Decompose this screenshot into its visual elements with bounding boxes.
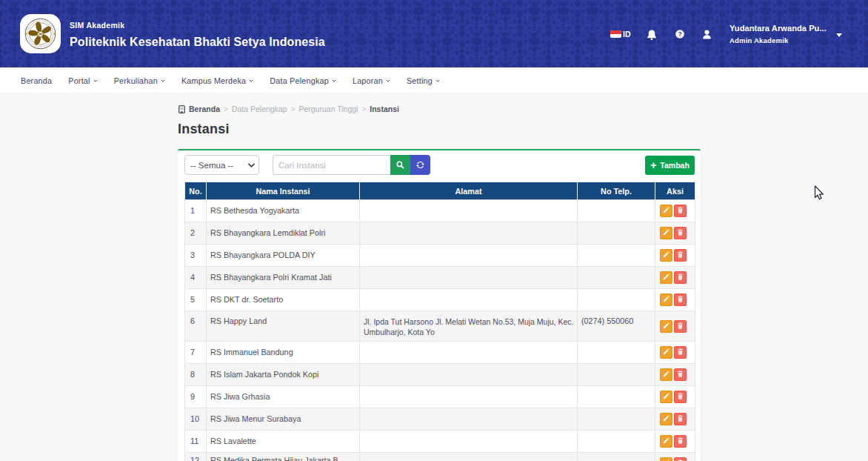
svg-text:?: ? xyxy=(678,30,681,38)
